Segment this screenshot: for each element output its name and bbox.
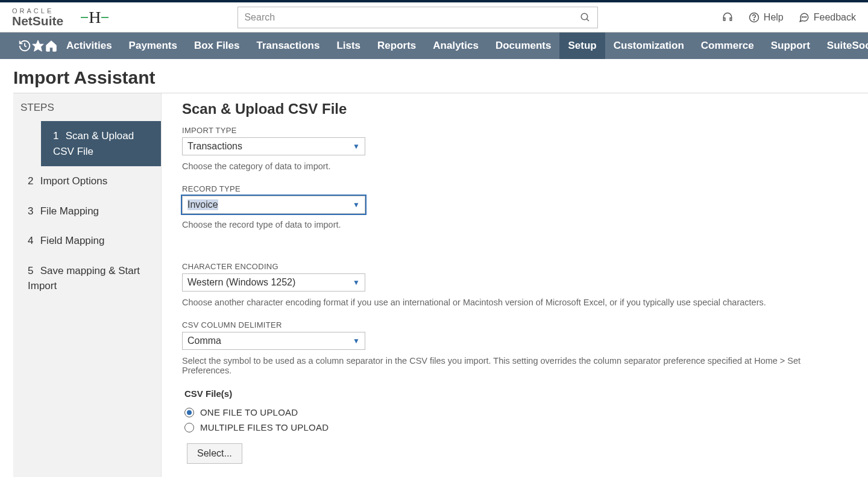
record-type-value: Invoice <box>187 199 218 210</box>
step-2[interactable]: 2 Import Options <box>13 166 161 196</box>
step-number: 2 <box>28 173 37 189</box>
csv-delimiter-select[interactable]: Comma ▼ <box>182 332 365 350</box>
char-encoding-label: CHARACTER ENCODING <box>182 262 850 271</box>
step-4[interactable]: 4 Field Mapping <box>13 226 161 256</box>
page-title: Import Assistant <box>0 59 868 93</box>
step-3[interactable]: 3 File Mapping <box>13 196 161 226</box>
step-number: 3 <box>28 204 37 219</box>
record-type-field: RECORD TYPE Invoice ▼ Choose the record … <box>182 184 850 229</box>
feedback-link[interactable]: Feedback <box>798 11 856 23</box>
svg-point-6 <box>805 16 806 17</box>
svg-point-5 <box>804 16 804 17</box>
csv-delimiter-field: CSV COLUMN DELIMITER Comma ▼ Select the … <box>182 320 850 375</box>
import-type-select[interactable]: Transactions ▼ <box>182 137 365 155</box>
step-5[interactable]: 5 Save mapping & Start Import <box>13 256 161 301</box>
main-nav: ActivitiesPaymentsBox FilesTransactionsL… <box>0 33 868 59</box>
content-panel: Scan & Upload CSV File IMPORT TYPE Trans… <box>162 93 868 477</box>
nav-lists[interactable]: Lists <box>328 33 369 59</box>
char-encoding-select[interactable]: Western (Windows 1252) ▼ <box>182 273 365 292</box>
home-icon[interactable] <box>45 33 58 59</box>
step-1[interactable]: 1 Scan & Upload CSV File <box>41 121 161 166</box>
step-number: 5 <box>28 263 37 279</box>
nav-commerce[interactable]: Commerce <box>693 33 763 59</box>
nav-analytics[interactable]: Analytics <box>424 33 487 59</box>
header-right: Help Feedback <box>722 11 856 23</box>
nav-transactions[interactable]: Transactions <box>248 33 329 59</box>
csv-delimiter-label: CSV COLUMN DELIMITER <box>182 320 850 329</box>
help-label: Help <box>764 12 784 23</box>
import-type-field: IMPORT TYPE Transactions ▼ Choose the ca… <box>182 126 850 171</box>
nav-documents[interactable]: Documents <box>487 33 560 59</box>
history-icon[interactable] <box>18 33 31 59</box>
svg-point-4 <box>802 16 802 17</box>
svg-point-0 <box>582 13 588 20</box>
oracle-netsuite-logo: ORACLE NetSuite <box>12 8 63 27</box>
search-input[interactable] <box>244 12 579 23</box>
global-search-wrap <box>237 7 598 28</box>
search-icon[interactable] <box>579 11 591 23</box>
step-number: 4 <box>28 233 37 249</box>
chevron-down-icon: ▼ <box>353 142 360 151</box>
csv-delimiter-value: Comma <box>187 335 221 346</box>
nav-customization[interactable]: Customization <box>605 33 693 59</box>
step-number: 1 <box>53 128 63 144</box>
star-icon[interactable] <box>31 33 45 59</box>
nav-activities[interactable]: Activities <box>58 33 121 59</box>
logo-line1: ORACLE <box>12 8 63 14</box>
char-encoding-helper: Choose another character encoding format… <box>182 298 850 307</box>
select-file-button[interactable]: Select... <box>187 443 242 464</box>
csv-delimiter-helper: Select the symbol to be used as a column… <box>182 356 850 375</box>
chevron-down-icon: ▼ <box>353 278 360 287</box>
logo-line2: NetSuite <box>12 14 63 27</box>
chevron-down-icon: ▼ <box>353 201 360 209</box>
nav-support[interactable]: Support <box>763 33 819 59</box>
char-encoding-value: Western (Windows 1252) <box>187 277 295 288</box>
nav-suitesocial[interactable]: SuiteSocial <box>819 33 868 59</box>
help-link[interactable]: Help <box>748 11 784 23</box>
csv-files-heading: CSV File(s) <box>184 388 850 399</box>
sidebar-title: STEPS <box>13 98 161 121</box>
feedback-icon <box>798 11 810 23</box>
chevron-down-icon: ▼ <box>353 337 360 345</box>
radio-icon <box>184 408 194 417</box>
record-type-helper: Choose the record type of data to import… <box>182 220 850 229</box>
headset-icon <box>722 11 734 23</box>
nav-payments[interactable]: Payments <box>121 33 186 59</box>
radio-label: ONE FILE TO UPLOAD <box>200 407 298 417</box>
company-logo: H <box>80 8 109 27</box>
nav-reports[interactable]: Reports <box>369 33 424 59</box>
record-type-select[interactable]: Invoice ▼ <box>182 196 365 214</box>
svg-point-3 <box>753 19 754 20</box>
global-header: ORACLE NetSuite H Help Feedback <box>0 2 868 33</box>
notification-button[interactable] <box>722 11 734 23</box>
csv-upload-option-1[interactable]: MULTIPLE FILES TO UPLOAD <box>182 420 850 435</box>
record-type-label: RECORD TYPE <box>182 184 850 193</box>
import-type-label: IMPORT TYPE <box>182 126 850 135</box>
global-search[interactable] <box>237 7 598 28</box>
csv-upload-option-0[interactable]: ONE FILE TO UPLOAD <box>182 405 850 420</box>
radio-icon <box>184 423 194 432</box>
import-type-value: Transactions <box>187 141 242 152</box>
svg-marker-7 <box>33 40 43 51</box>
import-type-helper: Choose the category of data to import. <box>182 161 850 171</box>
feedback-label: Feedback <box>814 12 856 23</box>
steps-sidebar: STEPS 1 Scan & Upload CSV File2 Import O… <box>13 93 162 477</box>
nav-box-files[interactable]: Box Files <box>186 33 248 59</box>
nav-setup[interactable]: Setup <box>559 33 605 59</box>
help-icon <box>748 11 760 23</box>
section-title: Scan & Upload CSV File <box>182 101 850 117</box>
main-area: STEPS 1 Scan & Upload CSV File2 Import O… <box>13 93 868 477</box>
svg-line-1 <box>587 19 590 21</box>
char-encoding-field: CHARACTER ENCODING Western (Windows 1252… <box>182 262 850 307</box>
radio-label: MULTIPLE FILES TO UPLOAD <box>200 422 329 432</box>
